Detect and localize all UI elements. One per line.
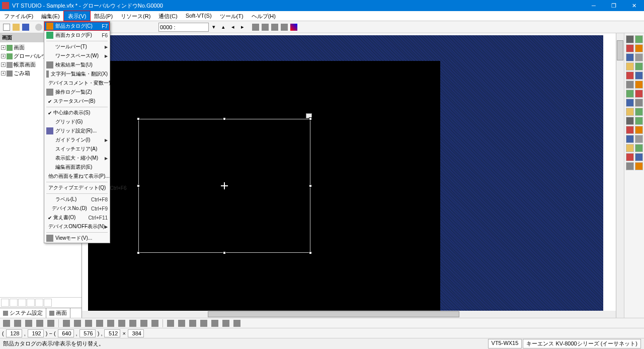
dock-tool-icon[interactable] (635, 135, 643, 143)
dock-tool-icon[interactable] (635, 53, 643, 61)
dock-tool-icon[interactable] (635, 162, 643, 170)
bt-n-icon[interactable] (166, 319, 175, 328)
dock-tool-icon[interactable] (635, 144, 643, 152)
dock-tool-icon[interactable] (635, 117, 643, 125)
bt-s-icon[interactable] (221, 319, 230, 328)
dock-tool-icon[interactable] (626, 108, 634, 116)
dock-tool-icon[interactable] (626, 62, 634, 71)
dock-tool-icon[interactable] (626, 144, 634, 152)
menu-ヘルプ[interactable]: ヘルプ(H) (248, 11, 280, 21)
dock-tool-icon[interactable] (635, 153, 643, 161)
maximize-button[interactable]: ❐ (604, 0, 624, 11)
menu-item[interactable]: ガイドライン(I)▶ (44, 135, 110, 145)
dock-tool-icon[interactable] (635, 72, 643, 80)
coord-x1[interactable]: 128 (6, 329, 22, 337)
bt-e-icon[interactable] (62, 319, 71, 328)
resize-handle[interactable] (137, 251, 140, 254)
tool-b-icon[interactable] (261, 23, 270, 32)
vertical-scrollbar[interactable] (616, 33, 624, 318)
resize-handle[interactable] (309, 117, 312, 120)
menu-item[interactable]: デバイスNo.(D)Ctrl+F9 (44, 204, 110, 213)
menu-リソース[interactable]: リソース(R) (117, 11, 154, 21)
dock-tool-icon[interactable] (626, 44, 634, 52)
new-icon[interactable] (2, 23, 11, 32)
dock-tool-icon[interactable] (626, 81, 634, 89)
menu-Soft-VT[interactable]: Soft-VT(S) (182, 11, 216, 21)
menu-item[interactable]: ✔中心線の表示(S) (44, 108, 110, 117)
coord-h[interactable]: 384 (128, 329, 144, 337)
lp-btn-1[interactable] (1, 299, 9, 307)
down-icon[interactable]: ▾ (209, 23, 218, 32)
resize-handle[interactable] (309, 251, 312, 254)
dock-tool-icon[interactable] (635, 90, 643, 98)
dock-tool-icon[interactable] (626, 72, 634, 80)
bt-t-icon[interactable] (232, 319, 242, 328)
zoom-in-icon[interactable] (34, 23, 43, 32)
menu-item[interactable]: 編集画面選択(E) (44, 163, 110, 172)
nav-left-icon[interactable]: ◂ (228, 23, 237, 32)
menu-item[interactable]: ✔ステータスバー(B) (44, 97, 110, 106)
menu-ファイル[interactable]: ファイル(F) (0, 11, 37, 21)
bt-q-icon[interactable] (199, 319, 208, 328)
bt-i-icon[interactable] (106, 319, 115, 328)
coord-w[interactable]: 512 (104, 329, 120, 337)
lp-btn-2[interactable] (10, 299, 18, 307)
tool-d-icon[interactable] (280, 23, 289, 32)
bt-g-icon[interactable] (84, 319, 93, 328)
nav-right-icon[interactable]: ▸ (238, 23, 247, 32)
dock-tool-icon[interactable] (626, 117, 634, 125)
menu-item[interactable]: 文字列一覧編集・翻訳(X) (44, 69, 110, 79)
bt-r-icon[interactable] (210, 319, 219, 328)
dock-tool-icon[interactable] (626, 126, 634, 134)
up-icon[interactable]: ▴ (219, 23, 228, 32)
dock-tool-icon[interactable] (626, 90, 634, 98)
minimize-button[interactable]: ─ (584, 0, 604, 11)
dock-tool-icon[interactable] (635, 44, 643, 52)
dock-tool-icon[interactable] (635, 35, 643, 43)
screen-combo[interactable]: 0000 : (158, 23, 209, 32)
menu-部品[interactable]: 部品(P) (90, 11, 117, 21)
menu-item[interactable]: 操作ログ一覧(Z) (44, 88, 110, 97)
save-icon[interactable] (21, 23, 30, 32)
dock-tool-icon[interactable] (635, 81, 643, 89)
canvas-area[interactable] (82, 33, 644, 318)
dock-tool-icon[interactable] (626, 135, 634, 143)
dock-tool-icon[interactable] (626, 53, 634, 61)
resize-handle[interactable] (137, 184, 140, 187)
menu-item[interactable]: デバイスコメント・変数一覧(Y) (44, 79, 110, 88)
bt-h-icon[interactable] (95, 319, 104, 328)
panel-tab[interactable]: 画面 (46, 308, 70, 318)
coord-y2[interactable]: 576 (79, 329, 96, 337)
bt-d-icon[interactable] (46, 319, 55, 328)
coord-y1[interactable]: 192 (28, 329, 44, 337)
menu-item[interactable]: ツールバー(T)▶ (44, 42, 110, 51)
bt-l-icon[interactable] (139, 319, 148, 328)
bt-cursor-icon[interactable] (2, 319, 11, 328)
close-button[interactable]: ✕ (624, 0, 644, 11)
menu-item[interactable]: ワークスペース(W)▶ (44, 51, 110, 60)
horizontal-scrollbar[interactable] (82, 311, 616, 318)
menu-item[interactable]: Viewモード(V)... (44, 234, 110, 243)
bt-k-icon[interactable] (128, 319, 137, 328)
lp-btn-6[interactable] (44, 299, 52, 307)
dock-tool-icon[interactable] (626, 162, 634, 170)
menu-item[interactable]: ラベル(L)Ctrl+F8 (44, 195, 110, 204)
color-icon[interactable] (289, 23, 298, 32)
bt-a-icon[interactable] (13, 319, 22, 328)
resize-handle[interactable] (137, 117, 140, 120)
dock-tool-icon[interactable] (626, 35, 634, 43)
bt-o-icon[interactable] (177, 319, 186, 328)
menu-item[interactable]: グリッド(G) (44, 117, 110, 126)
bt-p-icon[interactable] (188, 319, 197, 328)
tool-a-icon[interactable] (251, 23, 260, 32)
selection-rectangle[interactable] (138, 119, 310, 253)
menu-item[interactable]: ✔覚え書(O)Ctrl+F11 (44, 213, 110, 222)
open-icon[interactable] (12, 23, 21, 32)
menu-item[interactable]: 部品カタログ(C)F7 (44, 22, 110, 31)
lp-btn-3[interactable] (18, 299, 26, 307)
dock-tool-icon[interactable] (635, 99, 643, 107)
dock-tool-icon[interactable] (626, 153, 634, 161)
menu-item[interactable]: 検索結果一覧(U) (44, 60, 110, 69)
menu-item[interactable]: 表示拡大・縮小(M)▶ (44, 154, 110, 163)
lp-btn-4[interactable] (27, 299, 35, 307)
